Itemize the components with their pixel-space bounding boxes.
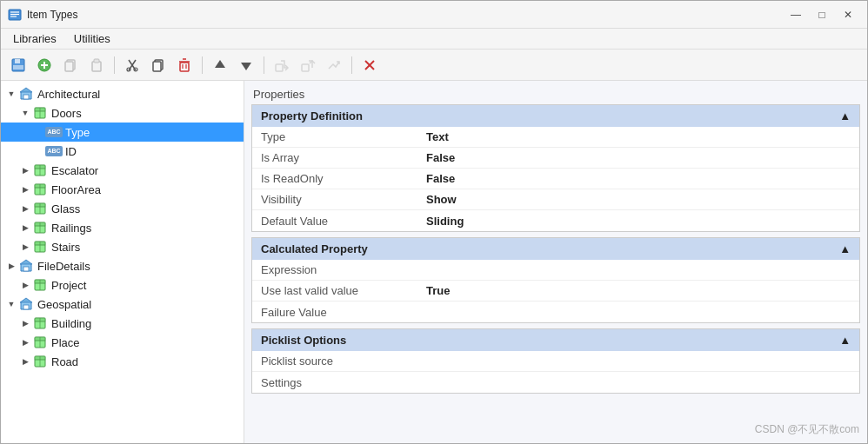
svg-rect-5 [15,59,20,63]
project-label: Project [51,279,86,292]
expand-project[interactable]: ▶ [18,278,32,292]
toolbar-export-button[interactable] [296,53,320,77]
section-calculated-property: Calculated Property ▲ Expression Use las… [251,237,860,323]
tree-item-architectural[interactable]: ▼ Architectural [1,84,244,103]
expand-stairs[interactable]: ▶ [18,240,32,254]
section-header-calculated-property: Calculated Property ▲ [252,238,859,260]
tree-item-building[interactable]: ▶ Building [1,314,244,333]
copy-icon [63,57,78,73]
section-body-property-definition: Type Text Is Array False Is ReadOnly Fal… [252,127,859,231]
properties-label: Properties [251,88,860,101]
toolbar-move-up-button[interactable] [208,53,232,77]
glass-label: Glass [51,202,80,215]
tree-item-filedetails[interactable]: ▶ FileDetails [1,256,244,275]
collapse-picklist-options-icon[interactable]: ▲ [839,334,851,347]
expand-escalator[interactable]: ▶ [18,163,32,177]
export2-icon [326,57,342,73]
toolbar-cut-button[interactable] [120,53,144,77]
tree-item-road[interactable]: ▶ Road [1,352,244,371]
expand-road[interactable]: ▶ [18,355,32,368]
expand-building[interactable]: ▶ [18,316,32,330]
toolbar-import-button[interactable] [270,53,294,77]
prop-row-failurevalue: Failure Value [252,302,859,322]
geospatial-icon [18,296,34,312]
escalator-icon [32,162,48,178]
svg-rect-66 [23,305,29,309]
toolbar-paste-button[interactable] [84,53,109,77]
tree-item-doors[interactable]: ▼ Doors [1,103,244,123]
right-panel: Properties Property Definition ▲ Type Te… [244,81,867,443]
svg-rect-13 [94,59,99,63]
menu-libraries[interactable]: Libraries [4,30,65,47]
minimize-button[interactable]: — [784,5,808,24]
main-window: Item Types — □ ✕ Libraries Utilities [0,0,868,444]
collapse-property-definition-icon[interactable]: ▲ [839,109,851,123]
toolbar [1,50,867,81]
collapse-calculated-property-icon[interactable]: ▲ [839,242,851,255]
maximize-button[interactable]: □ [810,5,834,24]
prop-label-failurevalue: Failure Value [252,306,426,319]
menu-utilities[interactable]: Utilities [65,30,119,47]
tree-item-stairs[interactable]: ▶ Stairs [1,237,244,256]
svg-marker-60 [20,260,32,264]
tree-item-type[interactable]: ABC Type [1,123,244,142]
tree-item-place[interactable]: ▶ Place [1,333,244,352]
stairs-label: Stairs [51,241,80,254]
place-label: Place [51,336,80,349]
section-body-calculated-property: Expression Use last valid value True Fai… [252,260,859,322]
toolbar-cancel-button[interactable] [357,53,382,77]
architectural-icon [18,86,34,102]
expand-place[interactable]: ▶ [18,335,32,349]
svg-marker-26 [241,63,251,70]
prop-row-type: Type Text [252,127,859,148]
expand-doors[interactable]: ▼ [18,106,32,120]
toolbar-delete-button[interactable] [172,53,197,77]
tree-item-floorarea[interactable]: ▶ FloorArea [1,180,244,199]
svg-rect-32 [23,95,29,99]
expand-floorarea[interactable]: ▶ [18,182,32,196]
road-label: Road [51,355,78,368]
expand-railings[interactable]: ▶ [18,221,32,235]
floorarea-icon [32,182,48,197]
toolbar-separator-4 [351,56,352,74]
watermark: CSDN @不见不散com [755,422,859,437]
building-label: Building [51,317,91,330]
close-button[interactable]: ✕ [836,5,860,24]
toolbar-move-down-button[interactable] [234,53,258,77]
tree-item-railings[interactable]: ▶ Railings [1,218,244,237]
svg-marker-33 [20,88,32,92]
tree-item-id[interactable]: ABC ID [1,142,244,161]
expand-geospatial[interactable]: ▼ [4,297,18,311]
title-bar: Item Types — □ ✕ [1,1,867,29]
expand-filedetails[interactable]: ▶ [4,259,18,273]
filedetails-label: FileDetails [37,260,90,273]
prop-label-expression: Expression [252,263,426,276]
toolbar-copyb-button[interactable] [146,53,170,77]
architectural-label: Architectural [37,88,100,101]
svg-marker-67 [20,298,32,302]
section-title-calculated-property: Calculated Property [261,242,368,255]
tree-panel: ▼ Architectural ▼ [1,81,244,443]
toolbar-add-button[interactable] [32,53,57,77]
doors-icon [32,105,48,121]
tree-item-glass[interactable]: ▶ Glass [1,199,244,218]
type-label: Type [65,126,90,139]
toolbar-copy-button[interactable] [58,53,83,77]
railings-icon [32,220,48,235]
tree-item-geospatial[interactable]: ▼ Geospatial [1,295,244,314]
doors-label: Doors [51,107,82,120]
prop-value-isreadonly: False [426,172,859,185]
expand-glass[interactable]: ▶ [18,202,32,215]
toolbar-separator-1 [114,56,115,74]
prop-value-uselastvalidvalue: True [426,284,859,297]
glass-icon [32,201,48,216]
delete-icon [177,57,192,73]
move-up-icon [212,57,228,73]
tree-item-escalator[interactable]: ▶ Escalator [1,161,244,180]
expand-architectural[interactable]: ▼ [4,87,18,101]
toolbar-save-button[interactable] [6,53,30,77]
toolbar-export2-button[interactable] [322,53,346,77]
menu-bar: Libraries Utilities [1,29,867,50]
tree-item-project[interactable]: ▶ Project [1,275,244,295]
prop-value-type: Text [426,130,859,143]
